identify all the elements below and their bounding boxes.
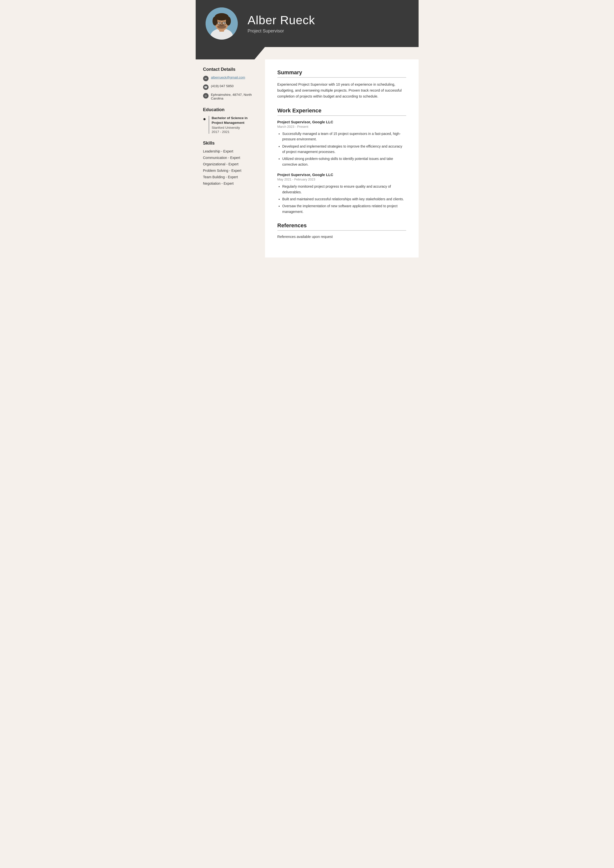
edu-school: Stanford University (212, 126, 258, 130)
references-section-title: References (277, 222, 406, 231)
contact-email-item: ✉ alberrueck@gmail.com (203, 76, 258, 81)
job-date-1: May 2021 - February 2023 (277, 178, 406, 181)
phone-icon: ☎ (203, 84, 208, 90)
phone-value: (419) 047 5850 (211, 84, 234, 88)
sidebar: Contact Details ✉ alberrueck@gmail.com ☎… (196, 59, 265, 257)
work-experience-section-title: Work Experience (277, 107, 406, 116)
skill-item-4: Team Building - Expert (203, 175, 258, 179)
job-bullet-1-2: Oversaw the implementation of new softwa… (282, 203, 406, 214)
edu-years: 2017 - 2021 (212, 130, 258, 134)
education-item: ● Bachelor of Science in Project Managem… (203, 116, 258, 134)
header-chevron (196, 47, 418, 59)
avatar-image (205, 8, 238, 40)
main-panel: Summary Experienced Project Supervisor w… (265, 59, 418, 257)
contact-location-item: ⊙ Ephraimshire, 48747, North Carolina (203, 93, 258, 100)
location-value: Ephraimshire, 48747, North Carolina (211, 93, 252, 100)
job-title-1: Project Supervisor, Google LLC (277, 172, 406, 177)
skill-item-2: Organizational - Expert (203, 162, 258, 166)
skills-section-title: Skills (203, 141, 258, 146)
avatar (205, 8, 238, 40)
email-icon: ✉ (203, 76, 208, 81)
location-icon: ⊙ (203, 93, 208, 99)
job-date-0: March 2023 - Present (277, 125, 406, 129)
candidate-title: Project Supervisor (248, 28, 315, 34)
edu-details: Bachelor of Science in Project Managemen… (208, 116, 258, 134)
references-text: References available upon request (277, 235, 406, 239)
summary-section-title: Summary (277, 69, 406, 78)
job-bullet-1-1: Built and maintained successful relation… (282, 196, 406, 202)
skill-item-3: Problem Solving - Expert (203, 169, 258, 172)
svg-point-6 (213, 17, 218, 25)
skill-item-0: Leadership - Expert (203, 149, 258, 153)
header: Alber Rueck Project Supervisor (196, 0, 418, 47)
svg-point-11 (224, 23, 225, 24)
contact-phone-item: ☎ (419) 047 5850 (203, 84, 258, 90)
svg-point-7 (226, 17, 231, 25)
header-info: Alber Rueck Project Supervisor (248, 13, 315, 34)
main-content: Contact Details ✉ alberrueck@gmail.com ☎… (196, 59, 418, 257)
job-title-0: Project Supervisor, Google LLC (277, 120, 406, 124)
edu-bullet-icon: ● (203, 116, 206, 134)
job-bullet-0-0: Successfully managed a team of 15 projec… (282, 131, 406, 142)
job-bullets-0: Successfully managed a team of 15 projec… (277, 131, 406, 167)
job-bullets-1: Regularly monitored project progress to … (277, 184, 406, 214)
email-value: alberrueck@gmail.com (211, 76, 245, 79)
svg-point-18 (219, 24, 224, 26)
skill-item-1: Communication - Expert (203, 156, 258, 160)
svg-point-10 (218, 23, 220, 24)
job-bullet-0-1: Developed and implemented strategies to … (282, 144, 406, 155)
job-bullet-0-2: Utilized strong problem-solving skills t… (282, 156, 406, 167)
contact-section-title: Contact Details (203, 67, 258, 72)
edu-degree: Bachelor of Science in Project Managemen… (212, 116, 258, 125)
education-section-title: Education (203, 107, 258, 112)
skill-item-5: Negotiation - Expert (203, 181, 258, 186)
candidate-name: Alber Rueck (248, 13, 315, 27)
summary-text: Experienced Project Supervisor with 10 y… (277, 82, 406, 99)
job-bullet-1-0: Regularly monitored project progress to … (282, 184, 406, 195)
